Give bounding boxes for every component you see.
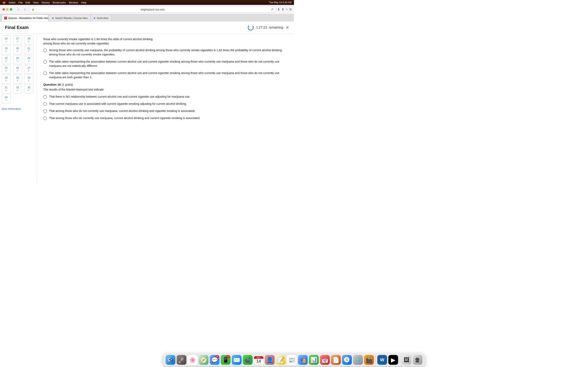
q16-option1: That there is NO relationship between cu… [43, 95, 287, 99]
q-status-32: ✓ [17, 89, 18, 92]
q15-radio-3[interactable] [43, 71, 47, 75]
q16-option2: That current marijuana use is associated… [43, 102, 287, 106]
timer-section: 1:27:23 remaining ✕ [248, 25, 289, 30]
quiz-information-link[interactable]: Quiz Information [2, 106, 35, 111]
sidebar-item-q31[interactable]: 31 ✓ [2, 84, 11, 93]
q15-option3: The odds ratios representing the associa… [43, 71, 287, 80]
q-num-30: 30 [27, 76, 30, 79]
apple-menu[interactable]: 🍎 [2, 1, 6, 4]
sidebar-item-q17[interactable]: 17 ✓ [13, 35, 22, 44]
q-num-16: 16 [5, 37, 7, 40]
q-status-18: ✓ [28, 40, 30, 43]
download-icon[interactable]: ⬇ [277, 8, 280, 11]
q-status-16: -- [5, 40, 7, 43]
sidebar: 16 -- 17 ✓ 18 ✓ 19 ✓ 20 ✓ [0, 34, 37, 184]
q-num-18: 18 [27, 37, 30, 40]
tab-doc8[interactable]: ★ Doc8.docx [91, 15, 111, 21]
sidebar-item-q33[interactable]: 33 ✓ [24, 84, 33, 93]
tab-overview-icon[interactable]: ⧉ [289, 8, 292, 11]
sidebar-item-q27[interactable]: 27 ✓ [24, 65, 33, 74]
menu-edit[interactable]: Edit [26, 1, 30, 4]
q-num-21: 21 [27, 47, 30, 50]
sidebar-item-q29[interactable]: 29 ✓ [13, 75, 22, 83]
q-status-30: ✓ [28, 79, 30, 82]
menu-bookmarks[interactable]: Bookmarks [53, 1, 66, 4]
q-num-29: 29 [16, 76, 19, 79]
content-area: those who currently smoke cigarettes is … [37, 34, 294, 184]
sidebar-item-q30[interactable]: 30 ✓ [24, 75, 33, 83]
question-grid: 16 -- 17 ✓ 18 ✓ 19 ✓ 20 ✓ [2, 35, 35, 103]
exam-header: Final Exam 1:27:23 remaining ✕ [0, 21, 294, 34]
sidebar-item-q20[interactable]: 20 ✓ [13, 45, 22, 54]
reload-button[interactable]: ↺ [271, 8, 273, 11]
sidebar-item-q34[interactable]: 34 -- [2, 94, 11, 103]
sidebar-item-q24[interactable]: 24 ✓ [24, 55, 33, 64]
share-icon[interactable]: ⬆ [282, 8, 284, 11]
toolbar-row: ‹ › 🔒 ↺ ⬇ ⬆ + ⧉ [0, 5, 294, 14]
menu-history[interactable]: History [42, 1, 50, 4]
sidebar-item-q21[interactable]: 21 ✓ [24, 45, 33, 54]
q-status-34: -- [5, 99, 7, 101]
menu-window[interactable]: Window [69, 1, 78, 4]
q15-radio-2[interactable] [43, 60, 47, 64]
timer-text: 1:27:23 remaining [256, 26, 283, 29]
address-bar-container[interactable]: 🔒 ↺ [29, 6, 276, 12]
tab-label-doc8: Doc8.docx [97, 17, 108, 20]
sidebar-item-q28[interactable]: 28 ✓ [2, 75, 11, 83]
q-num-22: 22 [5, 57, 7, 59]
q16-option4: That among those who do currently use ma… [43, 116, 287, 120]
menubar-left: 🍎 Safari File Edit View History Bookmark… [2, 1, 86, 4]
q16-radio-1[interactable] [43, 95, 47, 99]
q-num-20: 20 [16, 47, 19, 50]
q-num-26: 26 [16, 67, 19, 69]
q15-option3-text: The odds ratios representing the associa… [49, 71, 287, 80]
back-button[interactable]: ‹ [16, 7, 21, 12]
q-status-23: -- [17, 59, 18, 62]
q-num-28: 28 [5, 76, 7, 79]
menubar: 🍎 Safari File Edit View History Bookmark… [0, 0, 294, 5]
close-exam-button[interactable]: ✕ [286, 25, 289, 30]
close-window-button[interactable] [2, 8, 5, 11]
new-tab-icon[interactable]: + [286, 8, 288, 11]
tab-coursehero[interactable]: ★ Search Results | Course Hero [49, 15, 90, 21]
sidebar-item-q26[interactable]: 26 ✓ [13, 65, 22, 74]
q16-label: Question 16 [43, 83, 61, 86]
sidebar-item-q16[interactable]: 16 -- [2, 35, 11, 44]
sidebar-item-q22[interactable]: 22 ✓ [2, 55, 11, 64]
q15-option2-text: The odds ratios representing the associa… [49, 59, 287, 68]
sidebar-item-q19[interactable]: 19 ✓ [2, 45, 11, 54]
q15-option1-text: Among those who currently use marijuana,… [49, 48, 287, 57]
tab-quizzes[interactable]: N Quizzes - Biostatistics for Public Hea… [2, 15, 49, 21]
q-num-17: 17 [16, 37, 19, 40]
q16-radio-3[interactable] [43, 109, 47, 113]
menu-view[interactable]: View [33, 1, 39, 4]
q16-radio-4[interactable] [43, 117, 47, 120]
forward-button[interactable]: › [22, 7, 28, 12]
q-num-31: 31 [5, 86, 7, 89]
q-status-19: ✓ [5, 50, 7, 53]
sidebar-item-q18[interactable]: 18 ✓ [24, 35, 33, 44]
q16-radio-2[interactable] [43, 102, 47, 106]
q-num-23: 23 [16, 57, 19, 59]
menu-file[interactable]: File [18, 1, 23, 4]
q16-option1-text: That there is NO relationship between cu… [49, 95, 190, 99]
timer-spinner-icon [248, 25, 254, 30]
menu-safari[interactable]: Safari [9, 1, 16, 4]
exam-title: Final Exam [5, 25, 29, 30]
tab-favicon-quizzes: N [4, 17, 7, 19]
q-num-27: 27 [27, 67, 30, 69]
sidebar-item-q23[interactable]: 23 -- [13, 55, 22, 64]
sidebar-item-q32[interactable]: 32 ✓ [13, 84, 22, 93]
q15-radio-1[interactable] [43, 49, 47, 52]
fullscreen-window-button[interactable] [10, 8, 12, 11]
address-bar[interactable] [36, 8, 270, 11]
q-num-34: 34 [5, 96, 7, 99]
q-status-27: ✓ [28, 69, 30, 72]
q16-prompt: The results of the Mantel-Haenszel test … [43, 87, 287, 92]
sidebar-item-q25[interactable]: 25 ✓ [2, 65, 11, 74]
partial-line2: among those who do not currently smoke c… [43, 42, 110, 45]
minimize-window-button[interactable] [6, 8, 9, 11]
timer-value: 1:27:23 [256, 26, 267, 29]
q16-points: (1 point) [62, 83, 73, 86]
menu-help[interactable]: Help [81, 1, 86, 4]
